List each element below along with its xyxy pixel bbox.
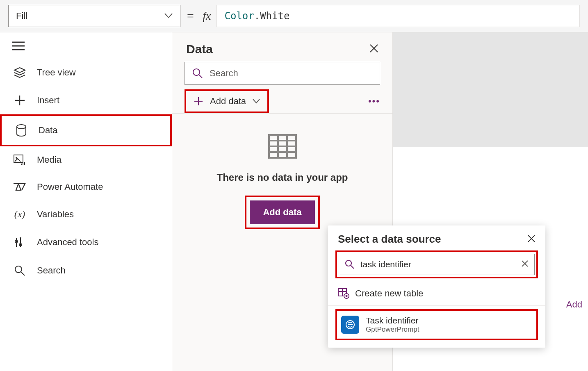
sidebar-item-label: Data [39,125,57,136]
sidebar-item-power-automate[interactable]: Power Automate [0,173,172,200]
svg-line-9 [21,272,25,275]
layers-icon [12,67,27,78]
result-title: Task identifier [366,316,419,325]
sidebar-item-label: Variables [37,209,74,220]
create-new-table-button[interactable]: Create new table [328,282,545,306]
property-selector-value: Fill [16,11,27,21]
hamburger-button[interactable] [0,37,172,59]
sidebar-item-tree-view[interactable]: Tree view [0,59,172,86]
chevron-down-icon [253,99,260,104]
chevron-down-icon [164,13,173,19]
close-icon [369,44,378,53]
left-sidebar: Tree view Insert Data Media Power Automa [0,32,172,371]
empty-state-message: There is no data in your app [172,172,392,183]
svg-line-13 [199,75,202,78]
search-placeholder: Search [210,68,238,79]
property-selector[interactable]: Fill [8,5,180,27]
plus-icon [12,95,27,106]
sidebar-item-search[interactable]: Search [0,257,172,285]
add-data-dropdown[interactable]: Add data [185,89,269,113]
sidebar-item-media[interactable]: Media [0,146,172,173]
sidebar-item-label: Insert [37,95,59,106]
flow-icon [12,182,27,192]
sidebar-item-label: Power Automate [37,182,103,192]
sidebar-item-label: Tree view [37,67,76,78]
sidebar-item-label: Media [37,155,62,165]
close-icon [521,260,529,267]
popover-search-input[interactable]: task identifier [339,254,535,275]
add-data-button[interactable]: Add data [250,200,315,224]
plus-icon [194,96,203,106]
canvas-partial-label: Add [566,299,582,310]
create-new-table-label: Create new table [355,288,423,299]
svg-point-12 [193,69,200,75]
close-icon [527,234,536,243]
sidebar-item-insert[interactable]: Insert [0,86,172,114]
formula-bar: Fill = fx Color.White [0,0,588,32]
search-icon [12,265,27,276]
search-icon [345,259,355,269]
sidebar-item-label: Search [37,265,66,276]
result-subtitle: GptPowerPrompt [366,325,419,334]
svg-point-7 [16,157,17,159]
formula-input[interactable]: Color.White [217,5,580,27]
database-icon [14,124,29,137]
data-panel-search[interactable]: Search [185,62,380,85]
popover-title: Select a data source [338,233,441,246]
tools-icon [12,236,27,248]
search-icon [192,68,203,79]
popover-search-value: task identifier [360,259,411,269]
hamburger-icon [12,41,25,50]
popover-close-button[interactable] [527,234,536,245]
ai-model-icon [341,316,359,334]
clear-search-button[interactable] [521,259,529,269]
formula-token-class: Color [224,10,254,22]
close-panel-button[interactable] [369,43,378,56]
sidebar-item-variables[interactable]: (x) Variables [0,200,172,228]
svg-point-5 [17,125,26,129]
data-source-result[interactable]: Task identifier GptPowerPrompt [338,312,536,337]
formula-token-member: White [260,10,289,22]
table-plus-icon [338,288,349,299]
equals-sign: = [186,9,194,23]
select-data-source-popover: Select a data source task identifier Cre… [328,225,545,348]
media-icon [12,155,27,165]
sidebar-item-data[interactable]: Data [0,114,172,146]
svg-line-25 [351,265,354,269]
add-data-dropdown-label: Add data [210,96,246,107]
fx-label: fx [203,9,211,23]
table-icon [268,134,297,159]
formula-token-dot: . [254,10,260,22]
svg-point-24 [346,260,351,266]
svg-point-8 [15,266,22,273]
variable-icon: (x) [12,209,27,220]
data-panel-title: Data [186,42,213,56]
more-options-button[interactable]: ••• [368,96,380,107]
data-empty-state: There is no data in your app Add data [172,114,392,229]
sidebar-item-label: Advanced tools [37,237,98,248]
sidebar-item-advanced-tools[interactable]: Advanced tools [0,228,172,257]
